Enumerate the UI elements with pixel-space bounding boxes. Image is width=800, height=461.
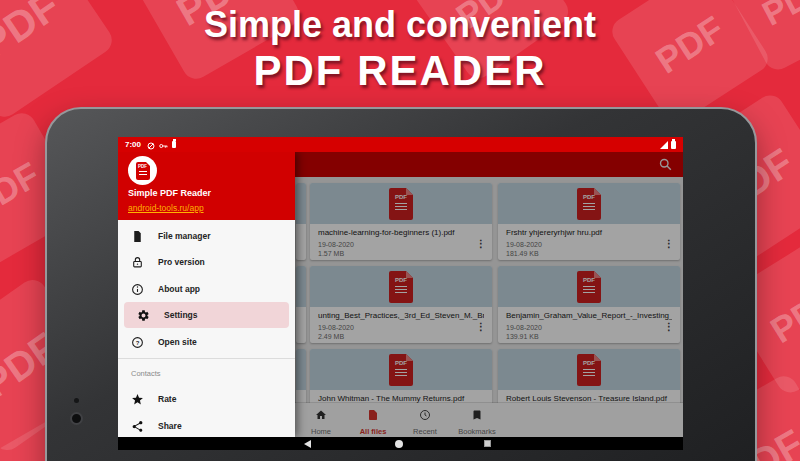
tablet-screen: PDF machine-learning-for-beginners (1).p…: [118, 137, 683, 450]
drawer-scrim[interactable]: [295, 152, 683, 437]
battery-icon: [671, 141, 676, 149]
vpn-key-icon: [159, 137, 168, 154]
sim-status-icon: [172, 141, 176, 148]
drawer-header: PDF Simple PDF Reader android-tools.ru/a…: [118, 152, 295, 220]
front-camera: [70, 412, 83, 425]
banner-subtitle: Simple and convenient: [0, 4, 800, 46]
back-button[interactable]: [304, 440, 311, 448]
drawer-item-about-app[interactable]: About app: [118, 276, 295, 302]
drawer-item-share[interactable]: Share: [118, 413, 295, 439]
promo-banner: Simple and convenient PDF READER: [0, 4, 800, 95]
drawer-item-open-site[interactable]: ? Open site: [118, 329, 295, 355]
recents-button[interactable]: [484, 440, 491, 447]
info-icon: [131, 283, 144, 296]
help-icon: ?: [131, 336, 144, 349]
drawer-item-pro-version[interactable]: Pro version: [118, 249, 295, 275]
app-name: Simple PDF Reader: [128, 188, 211, 198]
star-icon: [131, 393, 144, 406]
file-icon: [131, 230, 144, 243]
share-icon: [131, 420, 144, 433]
signal-icon: [660, 141, 668, 149]
gear-icon: [137, 309, 150, 322]
lock-icon: [131, 256, 144, 269]
tablet-device: PDF machine-learning-for-beginners (1).p…: [45, 107, 757, 461]
drawer-item-settings[interactable]: Settings: [124, 302, 289, 328]
navigation-drawer: PDF Simple PDF Reader android-tools.ru/a…: [118, 152, 295, 437]
pdf-logo-icon: PDF: [136, 162, 150, 180]
data-saver-icon: [147, 137, 155, 154]
banner-title: PDF READER: [0, 47, 800, 95]
svg-text:?: ?: [136, 339, 140, 345]
system-nav-bar: [118, 437, 683, 450]
home-button[interactable]: [395, 440, 403, 448]
status-time: 7:00: [125, 140, 141, 149]
drawer-item-file-manager[interactable]: File manager: [118, 223, 295, 249]
camera-dot: [74, 398, 79, 403]
app-logo: PDF: [128, 156, 157, 185]
drawer-item-rate[interactable]: Rate: [118, 386, 295, 412]
drawer-divider: [118, 358, 295, 359]
developer-site-link[interactable]: android-tools.ru/app: [128, 203, 204, 213]
drawer-section-contacts: Contacts: [131, 369, 161, 378]
status-bar: 7:00: [118, 137, 683, 152]
